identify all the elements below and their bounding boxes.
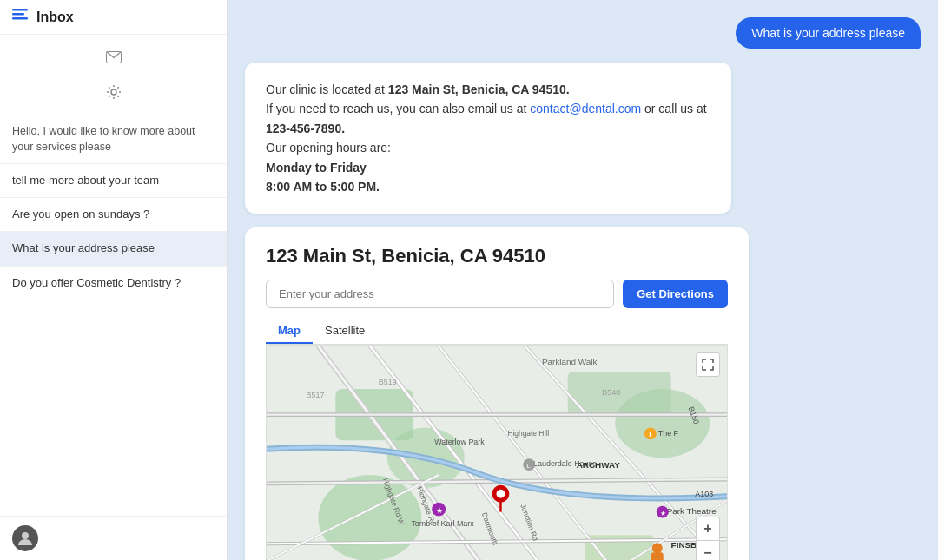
list-item[interactable]: Are you open on sundays ?: [0, 198, 227, 232]
map-container: Parkland Walk B540 B517 B519 B150 The F …: [266, 345, 728, 560]
svg-point-68: [497, 490, 505, 498]
zoom-controls: + −: [696, 517, 720, 560]
get-directions-button[interactable]: Get Directions: [623, 280, 728, 308]
fullscreen-button[interactable]: [696, 352, 720, 377]
svg-point-66: [652, 544, 663, 554]
sidebar: Inbox Hello, I would like to know more a…: [0, 0, 228, 560]
list-item[interactable]: Do you offer Cosmetic Dentistry ?: [0, 267, 227, 300]
svg-text:★: ★: [660, 510, 666, 517]
svg-rect-1: [12, 13, 24, 16]
svg-text:B517: B517: [307, 391, 325, 399]
svg-text:Highgate Hill: Highgate Hill: [507, 430, 549, 438]
bot-line2: If you need to reach us, you can also em…: [266, 99, 710, 138]
bot-line1: Our clinic is located at 123 Main St, Be…: [266, 80, 710, 99]
bot-hours-time: 8:00 AM to 5:00 PM.: [266, 180, 380, 194]
svg-text:★: ★: [436, 506, 443, 515]
svg-rect-65: [651, 552, 664, 560]
svg-text:B519: B519: [379, 378, 397, 386]
bot-line3: Our opening hours are:: [266, 138, 710, 157]
list-item[interactable]: Hello, I would like to know more about y…: [0, 115, 227, 164]
svg-text:T: T: [648, 431, 653, 439]
user-bubble-row: What is your address please: [245, 17, 921, 49]
sidebar-title: Inbox: [36, 10, 74, 25]
bot-response-card: Our clinic is located at 123 Main St, Be…: [245, 63, 731, 214]
email-link[interactable]: contact@dental.com: [530, 102, 641, 115]
svg-text:B540: B540: [602, 388, 620, 397]
map-svg: Parkland Walk B540 B517 B519 B150 The F …: [267, 346, 727, 560]
sidebar-nav: [0, 35, 227, 115]
map-address-title: 123 Main St, Benicia, CA 94510: [266, 245, 728, 267]
mail-nav-icon[interactable]: [98, 42, 129, 73]
list-item[interactable]: What is your address please: [0, 232, 227, 266]
conversations-list: Hello, I would like to know more about y…: [0, 115, 227, 516]
svg-text:Park Theatre: Park Theatre: [667, 506, 717, 516]
address-input[interactable]: [266, 280, 614, 308]
svg-text:Parkland Walk: Parkland Walk: [542, 358, 597, 367]
svg-point-4: [111, 89, 116, 95]
svg-text:L: L: [526, 462, 531, 470]
avatar[interactable]: [12, 525, 38, 551]
svg-rect-2: [12, 17, 28, 20]
bot-hours-days: Monday to Friday: [266, 161, 367, 175]
zoom-out-button[interactable]: −: [696, 541, 720, 560]
svg-text:The F: The F: [658, 430, 679, 438]
svg-text:Waterlow Park: Waterlow Park: [434, 438, 485, 447]
inbox-icon: [12, 9, 28, 26]
main-content: What is your address please Our clinic i…: [228, 0, 938, 560]
svg-rect-0: [12, 9, 28, 11]
tab-map[interactable]: Map: [266, 319, 313, 344]
svg-point-7: [318, 475, 421, 560]
settings-nav-icon[interactable]: [98, 76, 129, 108]
map-controls: Get Directions: [266, 280, 728, 308]
svg-text:A103: A103: [695, 490, 713, 498]
user-bubble: What is your address please: [736, 17, 921, 49]
sidebar-footer: [0, 516, 227, 560]
svg-text:Tomb of Karl Marx: Tomb of Karl Marx: [411, 520, 474, 529]
map-card: 123 Main St, Benicia, CA 94510 Get Direc…: [245, 227, 749, 560]
tab-satellite[interactable]: Satellite: [313, 319, 377, 344]
list-item[interactable]: tell me more about your team: [0, 164, 227, 198]
zoom-in-button[interactable]: +: [696, 517, 720, 541]
svg-point-5: [22, 532, 29, 539]
sidebar-header: Inbox: [0, 0, 227, 35]
svg-text:Lauderdale House: Lauderdale House: [533, 459, 597, 468]
map-tabs: Map Satellite: [266, 319, 728, 345]
